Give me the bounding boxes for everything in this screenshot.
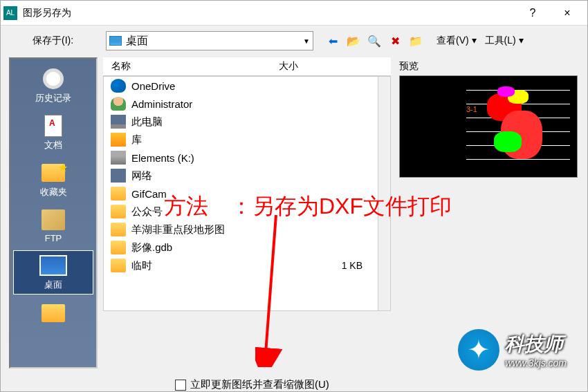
places-history[interactable]: 历史记录 [13,64,93,107]
bottom-controls: 立即更新图纸并查看缩微图(U) 文件名(N): 3-1.dxf 文件类型(T):… [1,368,587,392]
places-panel: 历史记录 文档 ★ 收藏夹 FTP 桌面 [9,57,98,368]
places-documents[interactable]: 文档 [13,111,93,154]
back-icon[interactable]: ⬅ [324,32,341,49]
file-list-header: 名称 大小 [103,57,391,76]
list-item[interactable]: 影像.gdb [104,239,390,256]
list-item[interactable]: 网络 [104,167,390,185]
help-button[interactable]: ? [522,7,543,19]
location-dropdown[interactable]: 桌面 ▼ [106,31,313,50]
folder-icon [111,259,126,272]
list-item[interactable]: OneDrive [104,77,390,95]
folder-icon [111,241,126,254]
app-icon: AL [3,6,17,20]
preview-image: 3-1 [399,75,578,178]
location-text: 桌面 [126,34,148,48]
chevron-down-icon: ▼ [303,37,310,45]
places-favorites[interactable]: ★ 收藏夹 [13,158,93,201]
folder-icon [111,187,126,200]
up-icon[interactable]: 📂 [345,32,362,49]
folder-icon [111,205,126,218]
view-menu[interactable]: 查看(V) ▾ [434,33,479,48]
titlebar: AL 图形另存为 ? × [1,1,587,26]
folder-icon [111,223,126,236]
save-in-label: 保存于(I): [33,35,100,47]
delete-icon[interactable]: ✖ [387,32,403,49]
update-thumbnail-checkbox[interactable] [175,380,186,391]
onedrive-icon [111,79,126,93]
column-name[interactable]: 名称 [103,60,279,73]
close-button[interactable]: × [557,7,578,19]
drive-icon [111,151,126,165]
library-icon [111,133,126,147]
save-in-row: 保存于(I): 桌面 ▼ ⬅ 📂 🔍 ✖ 📁 查看(V) ▾ 工具(L) ▾ [1,26,587,57]
annotation-arrow [255,215,311,367]
list-item[interactable]: 库 [104,131,390,149]
list-item[interactable]: Elements (K:) [104,149,390,167]
user-icon [111,97,126,111]
places-ftp[interactable]: FTP [13,205,93,246]
preview-label: 预览 [399,57,579,75]
svg-line-0 [266,215,276,353]
list-item[interactable]: 临时1 KB [104,256,390,274]
desktop-icon [109,36,122,46]
list-item[interactable]: 此电脑 [104,113,390,131]
window-title: 图形另存为 [23,7,522,19]
list-item[interactable]: 羊湖非重点段地形图 [104,221,390,239]
toolbar: ⬅ 📂 🔍 ✖ 📁 [324,32,424,49]
column-size[interactable]: 大小 [279,60,298,73]
places-desktop[interactable]: 桌面 [13,250,93,295]
pc-icon [111,115,126,129]
network-icon [111,169,126,183]
checkbox-label: 立即更新图纸并查看缩微图(U) [190,378,329,391]
watermark: ✦ 科技师 www.3kjs.com [458,329,567,371]
annotation-text: 方法 ：另存为DXF文件打印 [164,192,452,222]
list-item[interactable]: Administrator [104,95,390,113]
tools-menu[interactable]: 工具(L) ▾ [482,33,526,48]
newfolder-icon[interactable]: 📁 [407,32,424,49]
places-more[interactable] [13,299,93,328]
search-icon[interactable]: 🔍 [366,32,383,49]
